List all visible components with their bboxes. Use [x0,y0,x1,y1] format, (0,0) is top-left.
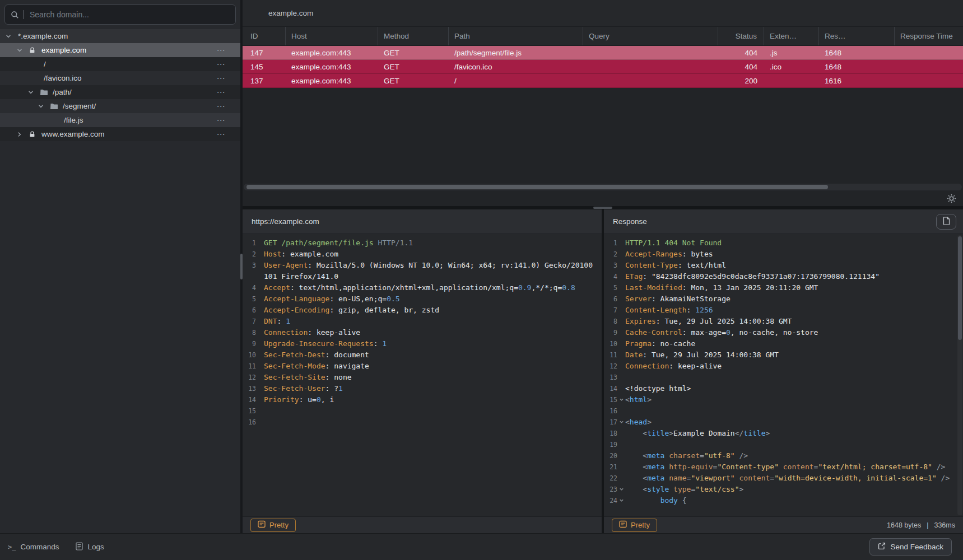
logs-label: Logs [87,543,104,551]
resize-grip[interactable] [593,207,612,209]
column-header[interactable]: Status [718,27,764,45]
code-content: HTTP/1.1 404 Not Found [625,237,956,249]
panel-resize-handle[interactable] [243,206,963,209]
response-scrollbar-thumb[interactable] [958,236,962,340]
chevron-down-icon[interactable] [28,90,40,95]
gutter-spacer [256,405,264,408]
line-number: 4 [243,282,256,293]
tree-item[interactable]: /favicon.ico⋯ [0,71,240,85]
status-bar: >_ Commands Logs Send Feedback [0,533,963,560]
code-line: 14<!doctype html> [604,383,963,394]
line-number: 13 [604,372,617,383]
external-link-icon [878,542,886,552]
item-menu-button[interactable]: ⋯ [216,59,226,69]
tab-bar: example.com [243,0,963,27]
column-header[interactable]: Host [286,27,378,45]
code-line: 15<html> [604,394,963,405]
gutter-spacer [617,260,625,263]
item-menu-button[interactable]: ⋯ [216,73,226,83]
lock-icon [29,131,41,138]
code-line: 21 <meta http-equiv="Content-type" conte… [604,461,963,473]
gutter-spacer [256,383,264,386]
item-menu-button[interactable]: ⋯ [216,87,226,97]
tree-item[interactable]: www.example.com⋯ [0,127,240,141]
lock-icon [29,47,41,54]
column-header[interactable]: Response Time [895,27,963,45]
code-content: Sec-Fetch-User: ?1 [264,383,595,394]
tree-item[interactable]: /segment/⋯ [0,99,240,113]
logs-button[interactable]: Logs [76,542,104,552]
code-line: 8Expires: Tue, 29 Jul 2025 14:00:38 GMT [604,316,963,327]
response-scrollbar[interactable] [957,235,962,515]
table-settings-gear-icon[interactable] [947,194,956,203]
code-line: 13Sec-Fetch-User: ?1 [243,383,602,394]
code-content: Sec-Fetch-Site: none [264,372,595,383]
code-content: Accept-Language: en-US,en;q=0.5 [264,293,595,305]
search-input[interactable] [29,10,230,20]
horizontal-scrollbar-thumb[interactable] [246,185,828,189]
horizontal-scrollbar[interactable] [244,184,962,190]
gutter-spacer [617,327,625,330]
copy-response-button[interactable] [936,214,956,230]
tree-item-label: /path/ [53,88,216,96]
request-editor[interactable]: 1GET /path/segment/file.js HTTP/1.12Host… [243,234,602,516]
column-header[interactable]: Exten… [764,27,819,45]
tree-item[interactable]: *.example.com [0,29,240,43]
fold-toggle-icon[interactable] [617,394,625,402]
send-feedback-button[interactable]: Send Feedback [869,538,952,556]
gutter-spacer [617,237,625,240]
row-cell: 404 [718,60,764,73]
response-editor[interactable]: 1HTTP/1.1 404 Not Found2Accept-Ranges: b… [604,234,963,516]
request-pretty-button[interactable]: Pretty [250,519,296,532]
line-number: 1 [604,237,617,249]
fold-toggle-icon[interactable] [617,495,625,503]
request-panel-header: https://example.com [243,209,602,234]
history-row[interactable]: 145example.com:443GET/favicon.ico404.ico… [243,60,963,74]
domain-search-box[interactable] [4,4,236,25]
tree-item[interactable]: example.com⋯ [0,43,240,57]
gutter-spacer [256,316,264,319]
code-line: 1GET /path/segment/file.js HTTP/1.1 [243,237,602,249]
line-number: 3 [604,260,617,271]
row-cell: example.com:443 [286,60,378,73]
request-url: https://example.com [252,217,319,226]
item-menu-button[interactable]: ⋯ [216,129,226,139]
tree-item-label: www.example.com [41,130,216,138]
column-header[interactable]: Query [583,27,718,45]
request-response-area: https://example.com 1GET /path/segment/f… [243,209,963,533]
fold-toggle-icon[interactable] [617,417,625,424]
chevron-right-icon[interactable] [17,132,29,137]
table-empty-area [243,88,963,184]
tab-example-com[interactable]: example.com [268,9,313,17]
column-header[interactable]: ID [243,27,286,45]
gutter-spacer [256,372,264,375]
item-menu-button[interactable]: ⋯ [216,101,226,111]
line-number: 24 [604,495,617,506]
item-menu-button[interactable]: ⋯ [216,45,226,55]
table-footer-row [243,190,963,206]
tree-item-label: / [44,60,216,68]
chevron-down-icon[interactable] [17,48,29,53]
code-line: 12Connection: keep-alive [604,361,963,372]
item-menu-button[interactable]: ⋯ [216,115,226,125]
code-line: 19 [604,439,963,450]
column-header[interactable]: Method [378,27,449,45]
response-pretty-button[interactable]: Pretty [612,519,657,532]
column-header[interactable]: Path [449,27,583,45]
row-cell: GET [378,46,449,59]
column-header[interactable]: Res… [819,27,895,45]
history-row[interactable]: 147example.com:443GET/path/segment/file.… [243,46,963,60]
feedback-label: Send Feedback [890,543,943,551]
tab-label: example.com [268,9,313,17]
commands-button[interactable]: >_ Commands [8,543,59,551]
row-cell: .js [764,46,819,59]
pretty-label: Pretty [631,521,650,529]
history-row[interactable]: 137example.com:443GET/2001616 [243,74,963,88]
chevron-down-icon[interactable] [6,34,18,39]
fold-toggle-icon[interactable] [617,484,625,492]
tree-item[interactable]: /file.js⋯ [0,113,240,127]
chevron-down-icon[interactable] [38,104,50,109]
tree-item-label: /favicon.ico [44,74,216,82]
tree-item[interactable]: /⋯ [0,57,240,71]
tree-item[interactable]: /path/⋯ [0,85,240,99]
